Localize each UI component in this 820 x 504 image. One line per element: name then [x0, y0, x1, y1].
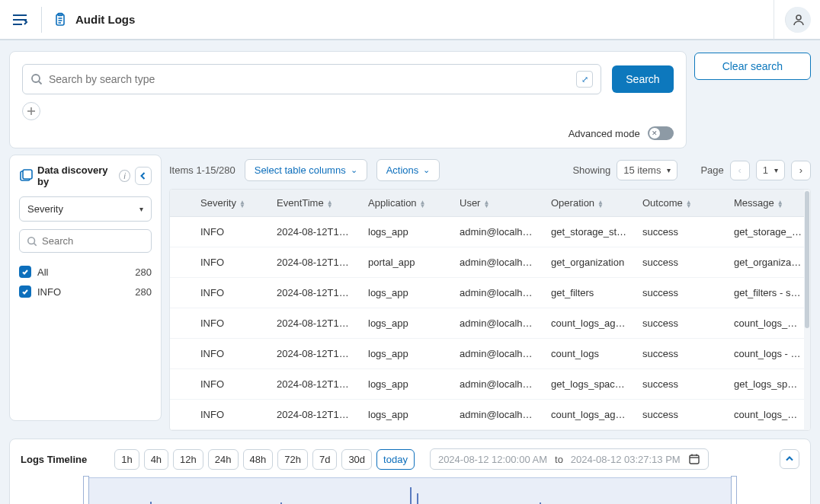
cell-expand[interactable]: [170, 217, 193, 247]
scrollbar-thumb[interactable]: [805, 191, 809, 328]
cell-outcome: success: [635, 247, 726, 278]
cell-application: portal_app: [360, 247, 452, 278]
sort-icon[interactable]: ▲▼: [327, 200, 333, 208]
cell-expand[interactable]: [170, 369, 193, 400]
expand-search-icon[interactable]: ⤢: [576, 71, 593, 88]
search-icon: [27, 236, 37, 247]
range-button-4h[interactable]: 4h: [144, 449, 168, 470]
collapse-timeline-button[interactable]: [780, 449, 799, 469]
cell-eventtime: 2024-08-12T13:27:...: [269, 217, 360, 247]
range-button-30d[interactable]: 30d: [341, 449, 372, 470]
cell-operation: get_filters: [543, 278, 635, 308]
column-header[interactable]: Application▲▼: [360, 190, 452, 217]
table-row[interactable]: INFO 2024-08-12T13:27:... portal_app adm…: [170, 247, 810, 278]
range-handle-right[interactable]: [731, 476, 737, 504]
page-number-select[interactable]: 1 ▾: [756, 160, 785, 180]
cell-expand[interactable]: [170, 278, 193, 308]
cell-application: logs_app: [360, 217, 452, 247]
actions-button[interactable]: Actions ⌄: [376, 159, 440, 181]
discovery-field-select[interactable]: Severity ▾: [19, 196, 152, 222]
prev-page-button[interactable]: ‹: [730, 161, 750, 180]
filter-row[interactable]: All 280: [19, 262, 152, 282]
cell-outcome: success: [635, 217, 726, 247]
chevron-down-icon: ▾: [139, 205, 143, 213]
cell-expand[interactable]: [170, 247, 193, 278]
cell-severity: INFO: [193, 400, 269, 430]
clear-search-button[interactable]: Clear search: [694, 53, 811, 80]
vertical-scrollbar[interactable]: [804, 190, 810, 430]
next-page-button[interactable]: ›: [791, 161, 811, 180]
search-input-wrap[interactable]: ⤢: [22, 64, 601, 94]
sidebar-search-input[interactable]: [42, 235, 144, 247]
timeline-chart[interactable]: [85, 477, 735, 504]
search-button[interactable]: Search: [612, 65, 673, 93]
table-row[interactable]: INFO 2024-08-12T13:08:... logs_app admin…: [170, 369, 810, 400]
info-icon[interactable]: i: [119, 170, 130, 182]
column-header[interactable]: Message▲▼: [726, 190, 810, 217]
select-columns-button[interactable]: Select table columns ⌄: [245, 159, 367, 181]
actions-label: Actions: [386, 164, 419, 176]
cell-expand[interactable]: [170, 400, 193, 430]
table-row[interactable]: INFO 2024-08-12T13:08:... logs_app admin…: [170, 308, 810, 339]
cell-expand[interactable]: [170, 308, 193, 339]
sort-icon[interactable]: ▲▼: [686, 200, 692, 208]
svg-point-15: [28, 237, 35, 244]
column-header[interactable]: EventTime▲▼: [269, 190, 360, 217]
advanced-mode-toggle[interactable]: ✕: [648, 126, 674, 140]
sort-icon[interactable]: ▲▼: [597, 200, 604, 208]
select-columns-label: Select table columns: [255, 164, 346, 176]
range-button-1h[interactable]: 1h: [114, 449, 139, 470]
column-header[interactable]: Severity▲▼: [193, 190, 269, 217]
sort-icon[interactable]: ▲▼: [239, 200, 245, 208]
page-size-select[interactable]: 15 items ▾: [617, 160, 677, 180]
column-header[interactable]: Outcome▲▼: [635, 190, 726, 217]
menu-toggle-icon[interactable]: [9, 9, 30, 30]
separator: [41, 7, 42, 33]
user-avatar[interactable]: [785, 7, 811, 33]
cell-severity: INFO: [193, 278, 269, 308]
range-button-24h[interactable]: 24h: [208, 449, 239, 470]
checkbox-icon[interactable]: [19, 285, 31, 298]
table-row[interactable]: INFO 2024-08-12T13:08:... logs_app admin…: [170, 339, 810, 369]
sort-icon[interactable]: ▲▼: [483, 200, 489, 208]
chevron-down-icon: ▾: [774, 166, 778, 174]
add-filter-button[interactable]: [22, 102, 40, 120]
discovery-field-value: Severity: [27, 203, 63, 215]
cell-message: get_storage_sta...: [726, 217, 810, 247]
cell-application: logs_app: [360, 400, 452, 430]
sort-icon[interactable]: ▲▼: [420, 200, 426, 208]
cell-application: logs_app: [360, 369, 452, 400]
cell-message: count_logs - su...: [726, 339, 810, 369]
table-row[interactable]: INFO 2024-08-12T13:08:... logs_app admin…: [170, 400, 810, 430]
svg-point-8: [796, 15, 801, 20]
search-input[interactable]: [49, 73, 576, 85]
column-header[interactable]: User▲▼: [452, 190, 543, 217]
range-button-7d[interactable]: 7d: [312, 449, 337, 470]
cell-operation: get_organization: [543, 247, 635, 278]
range-button-72h[interactable]: 72h: [277, 449, 308, 470]
search-panel: ⤢ Search Advanced mode ✕: [9, 51, 687, 148]
sort-icon[interactable]: ▲▼: [777, 200, 783, 208]
cell-severity: INFO: [193, 339, 269, 369]
date-range-picker[interactable]: 2024-08-12 12:00:00 AM to 2024-08-12 03:…: [430, 448, 709, 470]
table-row[interactable]: INFO 2024-08-12T13:27:... logs_app admin…: [170, 217, 810, 247]
checkbox-icon[interactable]: [19, 266, 31, 278]
svg-rect-17: [690, 455, 699, 464]
cell-application: logs_app: [360, 308, 452, 339]
cell-message: count_logs_agg...: [726, 308, 810, 339]
cell-expand[interactable]: [170, 339, 193, 369]
column-header-blank: [170, 190, 193, 217]
table-row[interactable]: INFO 2024-08-12T13:08:... logs_app admin…: [170, 278, 810, 308]
cell-outcome: success: [635, 308, 726, 339]
range-button-12h[interactable]: 12h: [173, 449, 203, 470]
range-button-48h[interactable]: 48h: [243, 449, 274, 470]
cell-operation: count_logs_aggreg...: [543, 400, 635, 430]
collapse-sidebar-button[interactable]: [135, 167, 152, 185]
sidebar-search-wrap[interactable]: [19, 229, 152, 253]
filter-row[interactable]: INFO 280: [19, 282, 152, 301]
column-header[interactable]: Operation▲▼: [543, 190, 635, 217]
sidebar-title: Data discovery by: [37, 164, 114, 187]
range-button-today[interactable]: today: [376, 449, 415, 470]
page-title: Audit Logs: [75, 13, 135, 26]
range-handle-left[interactable]: [83, 476, 89, 504]
